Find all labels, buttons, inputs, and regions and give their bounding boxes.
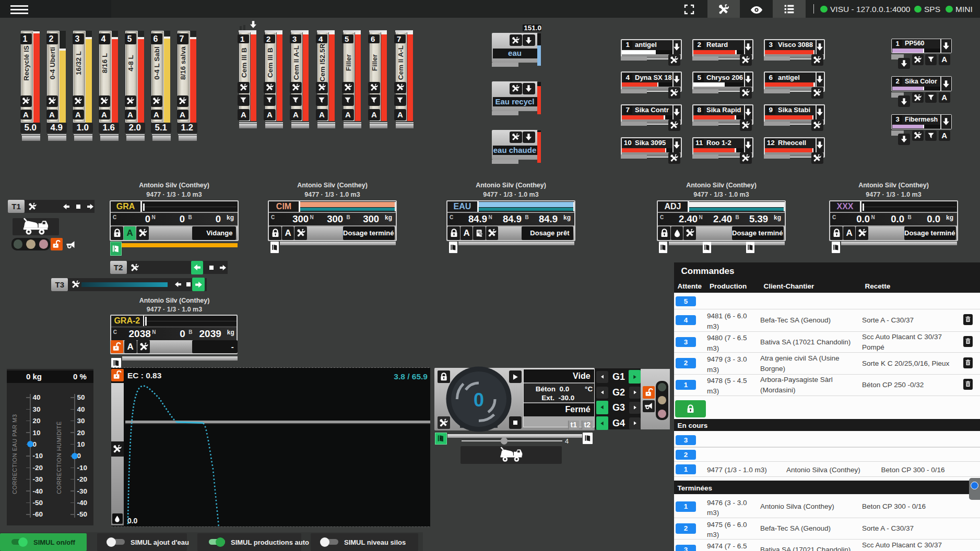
svg-text:0: 0 [473,389,483,411]
